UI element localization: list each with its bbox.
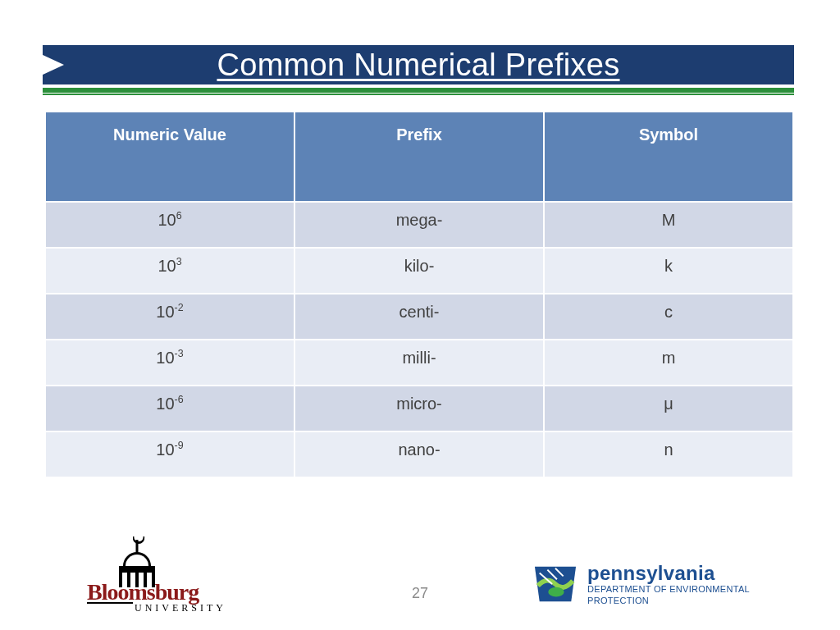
table-row: 106 mega- M: [45, 202, 793, 248]
cell-prefix: kilo-: [294, 248, 544, 294]
col-header-symbol: Symbol: [544, 112, 793, 202]
logo-dept-line2: PROTECTION: [587, 596, 750, 606]
cell-symbol: n: [544, 431, 793, 477]
col-header-numeric-value: Numeric Value: [45, 112, 294, 202]
svg-point-1: [548, 587, 564, 597]
table-row: 10-3 milli- m: [45, 340, 793, 386]
cell-prefix: milli-: [294, 340, 544, 386]
cell-numeric-value: 10-3: [45, 340, 294, 386]
cell-symbol: c: [544, 294, 793, 340]
bloomsburg-university-logo: Bloomsburg UNIVERSITY: [82, 541, 287, 615]
header-row: Numeric Value Prefix Symbol: [45, 112, 793, 202]
cell-symbol: k: [544, 248, 793, 294]
logo-subtitle: UNIVERSITY: [135, 602, 226, 614]
table-row: 10-6 micro- μ: [45, 386, 793, 431]
cell-numeric-value: 103: [45, 248, 294, 294]
col-header-prefix: Prefix: [294, 112, 544, 202]
prefix-table: Numeric Value Prefix Symbol 106 mega- M …: [44, 111, 794, 478]
slide-title: Common Numerical Prefixes: [217, 48, 619, 82]
cell-prefix: centi-: [294, 294, 544, 340]
cell-prefix: mega-: [294, 202, 544, 248]
title-banner: Common Numerical Prefixes: [43, 45, 794, 84]
logo-name: pennsylvania: [587, 563, 750, 583]
cell-numeric-value: 106: [45, 202, 294, 248]
divider-rule: [43, 88, 794, 93]
table-row: 103 kilo- k: [45, 248, 793, 294]
cell-numeric-value: 10-6: [45, 386, 294, 431]
table-row: 10-9 nano- n: [45, 431, 793, 477]
cell-numeric-value: 10-9: [45, 431, 294, 477]
cell-numeric-value: 10-2: [45, 294, 294, 340]
cell-symbol: μ: [544, 386, 793, 431]
cell-symbol: m: [544, 340, 793, 386]
pa-dep-logo: pennsylvania DEPARTMENT OF ENVIRONMENTAL…: [532, 551, 794, 617]
table-row: 10-2 centi- c: [45, 294, 793, 340]
arrow-right-icon: [41, 54, 64, 75]
cell-prefix: micro-: [294, 386, 544, 431]
logo-dept-line1: DEPARTMENT OF ENVIRONMENTAL: [587, 585, 750, 595]
cell-symbol: M: [544, 202, 793, 248]
cell-prefix: nano-: [294, 431, 544, 477]
keystone-icon: [532, 562, 579, 606]
